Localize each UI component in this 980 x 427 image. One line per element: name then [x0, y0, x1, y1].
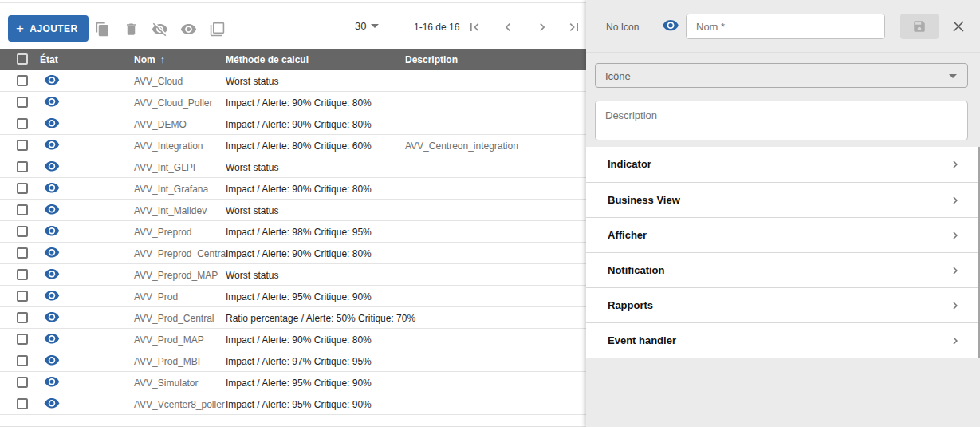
copy-icon[interactable] [92, 19, 112, 38]
table-row[interactable]: AVV_Prod_MBI Impact / Alerte: 97% Critiq… [0, 350, 586, 372]
column-header-state[interactable]: État [40, 54, 58, 65]
row-checkbox[interactable] [17, 75, 28, 86]
enabled-eye-icon[interactable] [44, 97, 60, 109]
table-row[interactable]: AVV_Int_Grafana Impact / Alerte: 90% Cri… [0, 178, 586, 200]
table-row[interactable]: AVV_Vcenter8_poller Impact / Alerte: 95%… [0, 393, 586, 415]
row-checkbox[interactable] [17, 97, 28, 108]
row-checkbox[interactable] [17, 312, 28, 323]
enabled-eye-icon[interactable] [44, 334, 60, 346]
close-icon[interactable] [950, 18, 967, 35]
row-checkbox[interactable] [17, 291, 28, 302]
row-checkbox[interactable] [17, 226, 28, 237]
row-checkbox[interactable] [17, 118, 28, 129]
chevron-right-icon [948, 228, 962, 246]
pagination: 30 1-16 de 16 [323, 11, 586, 43]
column-header-description[interactable]: Description [405, 54, 458, 65]
icon-select[interactable]: Icône [595, 63, 968, 88]
last-page-icon[interactable] [565, 18, 584, 37]
no-icon-label: No Icon [606, 22, 639, 33]
enabled-eye-icon[interactable] [44, 291, 60, 302]
table-header: État Nom↑ Méthode de calcul Description [0, 49, 586, 70]
row-checkbox[interactable] [17, 247, 28, 259]
row-name: AVV_Prod_Central [134, 313, 214, 324]
row-checkbox[interactable] [17, 334, 28, 345]
accordion-section[interactable]: Event handler [586, 322, 980, 358]
row-method: Impact / Alerte: 90% Critique: 80% [226, 119, 372, 130]
delete-icon[interactable] [121, 19, 140, 38]
next-page-icon[interactable] [533, 18, 552, 37]
row-method: Impact / Alerte: 90% Critique: 80% [226, 334, 372, 346]
enabled-eye-icon[interactable] [44, 204, 60, 216]
table-row[interactable]: AVV_DEMO Impact / Alerte: 90% Critique: … [0, 113, 586, 135]
select-all-checkbox[interactable] [17, 53, 28, 65]
enabled-eye-icon[interactable] [44, 269, 60, 281]
accordion-section-label: Indicator [608, 158, 651, 170]
enabled-eye-icon[interactable] [44, 161, 60, 173]
edit-panel: No Icon Icône Indicator [586, 0, 980, 427]
row-method: Worst status [226, 205, 278, 216]
accordion-section[interactable]: Indicator [586, 147, 980, 182]
first-page-icon[interactable] [465, 18, 484, 37]
save-button[interactable] [900, 14, 939, 39]
row-checkbox[interactable] [17, 204, 28, 215]
name-input[interactable] [686, 14, 885, 39]
row-name: AVV_Prod_MAP [134, 334, 204, 346]
row-name: AVV_Preprod [134, 227, 192, 238]
column-header-method[interactable]: Méthode de calcul [226, 54, 309, 65]
enabled-eye-icon[interactable] [44, 377, 60, 389]
prev-page-icon[interactable] [498, 18, 518, 37]
row-checkbox[interactable] [17, 140, 28, 151]
row-checkbox[interactable] [17, 161, 28, 172]
table-row[interactable]: AVV_Preprod Impact / Alerte: 98% Critiqu… [0, 221, 586, 243]
table-row[interactable]: AVV_Simulator Impact / Alerte: 95% Criti… [0, 372, 586, 393]
row-name: AVV_Prod [134, 291, 178, 302]
table-row[interactable]: AVV_Prod_Central Ratio percentage / Aler… [0, 307, 586, 329]
column-header-name[interactable]: Nom↑ [134, 54, 165, 65]
enabled-eye-icon[interactable] [44, 226, 60, 238]
add-button-label: AJOUTER [30, 23, 77, 34]
hide-icon[interactable] [150, 19, 169, 38]
enabled-eye-icon[interactable] [44, 398, 60, 410]
enabled-eye-icon[interactable] [44, 140, 60, 152]
description-textarea[interactable] [595, 101, 968, 140]
table-row[interactable]: AVV_Integration Impact / Alerte: 80% Cri… [0, 135, 586, 156]
rows-per-page-select[interactable]: 30 [355, 20, 379, 32]
row-checkbox[interactable] [17, 377, 28, 388]
table-row[interactable]: AVV_Preprod_Central Impact / Alerte: 90%… [0, 243, 586, 264]
row-method: Impact / Alerte: 90% Critique: 80% [226, 248, 372, 259]
accordion-section[interactable]: Business View [586, 182, 980, 217]
show-icon[interactable] [179, 19, 198, 38]
enabled-eye-icon[interactable] [44, 183, 60, 195]
add-button[interactable]: + AJOUTER [8, 15, 89, 42]
table-row[interactable]: AVV_Prod Impact / Alerte: 95% Critique: … [0, 286, 586, 307]
table-row[interactable]: AVV_Int_Maildev Worst status [0, 200, 586, 221]
enabled-eye-icon[interactable] [44, 247, 60, 259]
table-row[interactable]: AVV_Cloud Worst status [0, 70, 586, 92]
chevron-down-icon [949, 74, 957, 78]
table-row[interactable]: AVV_Int_GLPI Worst status [0, 156, 586, 178]
panel-header: No Icon [586, 0, 980, 53]
row-method: Impact / Alerte: 97% Critique: 95% [226, 356, 372, 367]
row-checkbox[interactable] [17, 183, 28, 194]
visibility-eye-icon[interactable] [662, 20, 679, 33]
duplicate-icon[interactable] [207, 19, 226, 38]
chevron-down-icon [371, 24, 379, 28]
row-checkbox[interactable] [17, 398, 28, 409]
row-name: AVV_Cloud [134, 76, 183, 87]
enabled-eye-icon[interactable] [44, 312, 60, 324]
table-row[interactable]: AVV_Prod_MAP Impact / Alerte: 90% Critiq… [0, 329, 586, 350]
row-checkbox[interactable] [17, 355, 28, 366]
enabled-eye-icon[interactable] [44, 75, 60, 87]
row-method: Impact / Alerte: 95% Critique: 90% [226, 378, 372, 389]
row-method: Ratio percentage / Alerte: 50% Critique:… [226, 313, 415, 324]
table-row[interactable]: AVV_Cloud_Poller Impact / Alerte: 90% Cr… [0, 92, 586, 113]
accordion-section[interactable]: Afficher [586, 217, 980, 252]
accordion-section[interactable]: Rapports [586, 287, 980, 322]
row-method: Impact / Alerte: 95% Critique: 90% [226, 399, 372, 410]
table-row[interactable]: AVV_Preprod_MAP Worst status [0, 264, 586, 286]
enabled-eye-icon[interactable] [44, 118, 60, 130]
row-description: AVV_Centreon_integration [405, 140, 518, 152]
row-checkbox[interactable] [17, 269, 28, 280]
accordion-section[interactable]: Notification [586, 252, 980, 287]
enabled-eye-icon[interactable] [44, 355, 60, 367]
